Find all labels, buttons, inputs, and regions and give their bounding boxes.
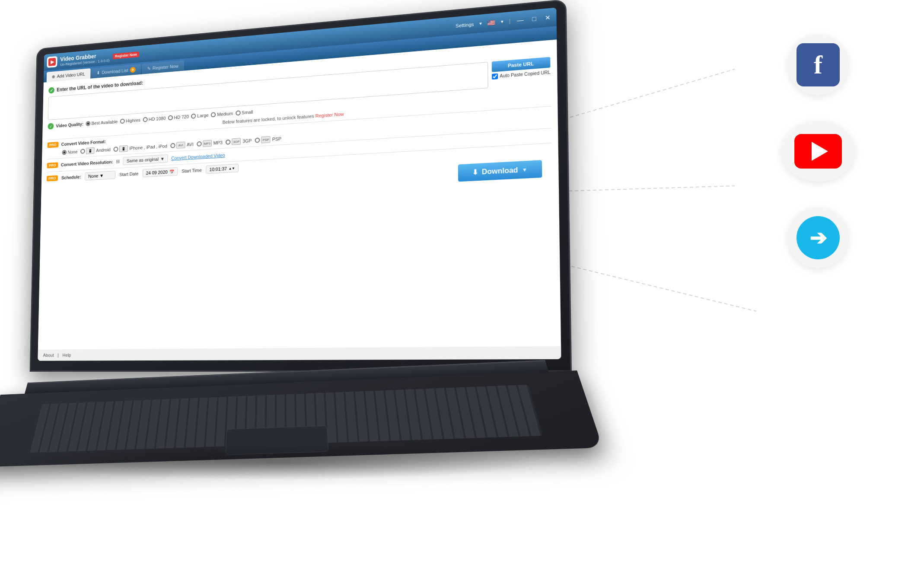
quality-best[interactable]: Best Available [86,119,118,126]
schedule-value: None [88,173,98,179]
start-time-value: 10:01:37 [209,166,227,172]
schedule-arrow: ▼ [99,173,104,178]
check-icon: ✓ [48,87,54,94]
format-android[interactable]: 📱 Android [80,147,111,155]
youtube-icon-circle[interactable] [781,121,855,182]
facebook-icon: f [797,43,840,86]
quality-check-icon: ✓ [48,123,54,129]
vimeo-icon: ➔ [797,216,840,259]
resolution-icon: ⊞ [116,159,120,165]
format-iphone-radio[interactable] [114,147,118,152]
pro-badge-format: PRO [48,142,59,148]
convert-downloaded-link[interactable]: Convert Downloaded Video [171,153,225,161]
quality-hd720-radio[interactable] [168,115,173,120]
quality-medium[interactable]: Medium [211,111,233,117]
schedule-label: Schedule: [61,174,81,180]
resolution-value: Same as original [127,156,159,163]
main-content: ✓ Enter the URL of the video to download… [38,39,561,349]
register-link[interactable]: Register Now [315,112,344,118]
resolution-select[interactable]: Same as original ▼ [123,154,168,165]
add-video-icon: ⊕ [52,74,55,79]
app-title-block: Video Grabber Un-Registered (Version : 1… [60,51,110,67]
convert-resolution-label: Convert Video Resolution: [61,159,113,167]
format-mp3[interactable]: MP3 MP3 [197,139,223,147]
app-logo: ▶ [47,56,57,68]
start-date-value: 24 09 2020 [146,169,168,175]
quality-highres[interactable]: Highres [120,118,141,124]
social-icons-container: f ➔ [781,35,855,268]
settings-arrow: ▼ [478,21,483,26]
language-flag[interactable]: 🇺🇸 [487,19,496,27]
quality-label: Video Quality: [56,121,83,128]
format-mp3-radio[interactable] [197,141,201,147]
auto-paste-checkbox[interactable] [492,73,498,80]
about-link[interactable]: About [43,353,54,357]
register-badge[interactable]: Register Now [112,51,139,59]
quality-highres-radio[interactable] [120,118,125,124]
settings-label[interactable]: Settings [456,22,474,29]
date-calendar-icon: 📅 [169,169,174,174]
url-right: Paste URL Auto Paste Copied URL [492,57,551,88]
facebook-icon-circle[interactable]: f [788,35,848,95]
pro-badge-schedule: PRO [47,175,58,182]
quality-hd1080[interactable]: HD 1080 [143,116,166,122]
download-list-icon: ⬇ [96,70,100,76]
start-time-field[interactable]: 10:01:37 ▲▼ [206,164,239,174]
start-date-label: Start Date [119,171,139,177]
format-none[interactable]: None [62,149,78,155]
convert-format-label: Convert Video Format: [61,139,106,147]
download-list-badge: 0 [130,67,136,73]
format-none-radio[interactable] [62,150,67,155]
format-avi[interactable]: AVI AVI [170,141,194,149]
format-psp[interactable]: PSP PSP [255,135,281,144]
auto-paste-label: Auto Paste Copied URL [500,70,550,79]
format-iphone[interactable]: 📱 iPhone , iPad , iPod [114,143,167,153]
download-icon: ⬇ [472,168,478,176]
format-android-radio[interactable] [80,149,85,154]
download-arrow: ▼ [522,166,527,173]
quality-best-radio[interactable] [86,121,90,126]
help-link[interactable]: Help [62,353,71,357]
laptop-shadow [22,445,540,480]
youtube-play-icon [812,142,828,161]
download-label: Download [482,166,518,176]
vimeo-icon-circle[interactable]: ➔ [788,207,848,268]
format-psp-radio[interactable] [255,137,260,143]
format-3gp[interactable]: 3GP 3GP [226,137,252,146]
app-window: ▶ Video Grabber Un-Registered (Version :… [38,7,561,360]
format-3gp-radio[interactable] [226,140,230,145]
register-icon: ✎ [147,66,150,71]
tab-register-label: Register Now [153,64,178,70]
close-button[interactable]: ✕ [543,14,552,22]
download-button[interactable]: ⬇ Download ▼ [458,160,542,182]
flag-arrow: ▼ [500,19,504,24]
time-arrows[interactable]: ▲▼ [229,166,235,170]
laptop-body: ▶ Video Grabber Un-Registered (Version :… [30,0,572,372]
quality-hd720[interactable]: HD 720 [168,114,189,121]
scene: f ➔ ▶ [0,0,924,574]
format-avi-radio[interactable] [170,143,175,148]
app-logo-inner: ▶ [48,58,56,66]
quality-medium-radio[interactable] [211,112,216,117]
start-date-field[interactable]: 24 09 2020 📅 [142,167,178,177]
laptop-wrapper: ▶ Video Grabber Un-Registered (Version :… [0,9,648,527]
minimize-button[interactable]: — [515,16,526,24]
tab-add-video-label: Add Video URL [57,72,85,79]
quality-large[interactable]: Large [191,113,208,119]
pro-badge-resolution: PRO [47,162,58,168]
start-time-label: Start Time [182,168,202,174]
laptop-screen-bezel: ▶ Video Grabber Un-Registered (Version :… [38,7,561,360]
resolution-arrow: ▼ [160,156,165,161]
title-bar-right: Settings ▼ 🇺🇸 ▼ | — □ ✕ [456,14,553,29]
quality-small[interactable]: Small [236,109,253,115]
footer-separator: | [57,353,59,357]
maximize-button[interactable]: □ [530,15,538,23]
quality-small-radio[interactable] [236,110,240,115]
quality-large-radio[interactable] [191,114,196,119]
schedule-select[interactable]: None ▼ [85,171,115,180]
quality-hd1080-radio[interactable] [143,117,147,122]
tab-download-list-label: Download List [102,68,128,75]
youtube-icon [794,134,842,169]
